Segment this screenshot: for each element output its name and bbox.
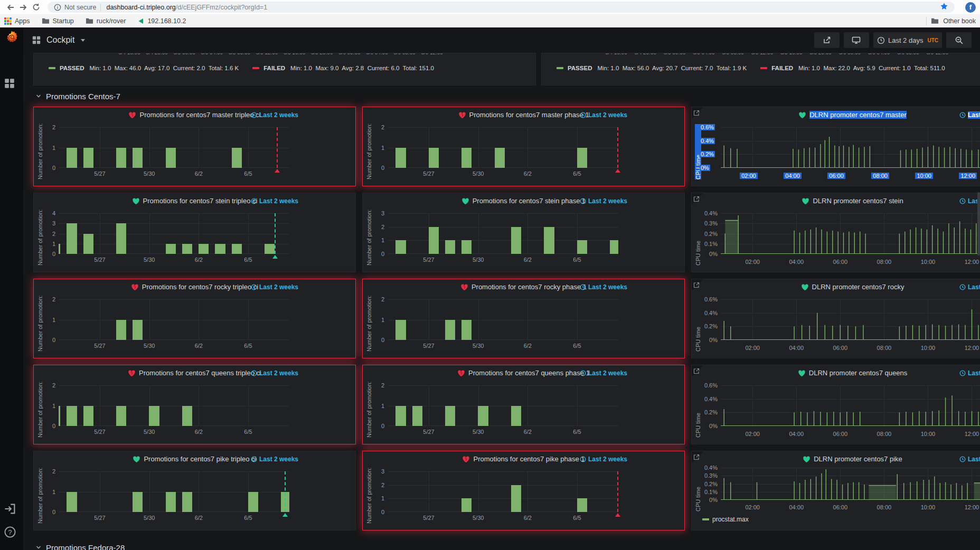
bar[interactable] [577, 148, 587, 168]
bar[interactable] [182, 244, 192, 254]
bar[interactable] [461, 148, 472, 168]
bar[interactable] [116, 148, 126, 168]
panel-title[interactable]: DLRN promoter centos7 stein [692, 197, 980, 206]
cpu-spike-chart[interactable] [721, 299, 980, 340]
bar[interactable] [577, 498, 587, 512]
cpu-spike-chart[interactable] [721, 213, 980, 254]
plot-area[interactable] [59, 471, 289, 512]
bar[interactable] [265, 244, 275, 254]
bar[interactable] [116, 223, 126, 254]
panel-title[interactable]: Promotions for centos7 stein tripleo ci [34, 197, 355, 206]
grafana-logo[interactable] [4, 30, 20, 48]
bar[interactable] [182, 492, 192, 513]
other-bookmarks[interactable]: Other book [926, 17, 976, 25]
plot-area[interactable] [721, 213, 980, 254]
panel-title[interactable]: DLRN promoter centos7 rocky [692, 283, 980, 292]
series-name[interactable]: PASSED [60, 65, 84, 71]
time-override-label[interactable]: Last 2 weeks [580, 369, 627, 377]
plot-area[interactable] [388, 471, 618, 512]
series-name[interactable]: FAILED [263, 65, 285, 71]
bar[interactable] [116, 406, 126, 426]
bar[interactable] [445, 320, 455, 340]
bar[interactable] [133, 320, 143, 340]
bar[interactable] [412, 406, 422, 426]
time-override-label[interactable]: Last 2 weeks [251, 197, 298, 205]
bar[interactable] [166, 244, 176, 254]
panel-title[interactable]: Promotions for centos7 master tripleo ci [34, 111, 355, 120]
time-override-label[interactable]: Last 2 weeks [251, 111, 298, 119]
bar[interactable] [395, 406, 406, 426]
bar[interactable] [445, 406, 455, 426]
panel-title[interactable]: Promotions for centos7 queens tripleo ci [34, 369, 355, 378]
bar[interactable] [610, 240, 618, 254]
time-override-label[interactable]: Last 12 hours [959, 456, 980, 463]
bar[interactable] [544, 227, 554, 254]
address-bar[interactable]: Not secure dashboard-ci.tripleo.org/d/cE… [48, 2, 955, 13]
bar[interactable] [232, 148, 242, 168]
time-override-label[interactable]: Last 2 weeks [251, 283, 298, 291]
bar[interactable] [511, 485, 521, 512]
time-override-label[interactable]: Last 12 hours [959, 111, 980, 119]
sidebar-dashboards-item[interactable] [4, 78, 15, 91]
tv-mode-button[interactable] [844, 32, 869, 48]
panel-title[interactable]: DLRN promoter centos7 pike [692, 455, 980, 464]
panel-title[interactable]: Promotions for centos7 pike phase 1 [363, 455, 684, 464]
bar[interactable] [67, 492, 77, 513]
bar[interactable] [166, 492, 176, 513]
plot-area[interactable] [721, 385, 980, 426]
bar[interactable] [83, 148, 93, 168]
series-legend[interactable]: procstat.max [702, 516, 749, 523]
panel-title[interactable]: Promotions for centos7 rocky tripleo ci [34, 283, 355, 292]
time-range-picker[interactable]: Last 2 days UTC [873, 32, 942, 48]
section-header-fedora28[interactable]: Promotions Fedora-28 [33, 537, 980, 550]
bar[interactable] [67, 406, 77, 426]
bar[interactable] [59, 244, 60, 254]
bookmark-startup[interactable]: Startup [42, 17, 74, 25]
cpu-spike-chart[interactable] [721, 468, 980, 500]
bar[interactable] [59, 406, 60, 426]
panel-title[interactable]: Promotions for centos7 stein phase 1 [363, 197, 684, 206]
time-override-label[interactable]: Last 2 weeks [580, 111, 627, 119]
panel-title[interactable]: Promotions for centos7 master phase 1 [363, 111, 684, 120]
zoom-out-button[interactable] [946, 32, 972, 48]
bar[interactable] [461, 498, 472, 512]
bar[interactable] [395, 148, 406, 168]
plot-area[interactable] [388, 385, 618, 426]
bookmark-star-button[interactable] [940, 2, 948, 12]
bar[interactable] [461, 320, 472, 340]
bar[interactable] [511, 227, 521, 254]
time-override-label[interactable]: Last 12 hours [959, 369, 980, 377]
forward-button[interactable] [17, 1, 30, 14]
bar[interactable] [133, 148, 143, 168]
time-override-label[interactable]: Last 2 weeks [580, 197, 627, 205]
panel-title[interactable]: DLRN promoter centos7 queens [692, 369, 980, 378]
time-override-label[interactable]: Last 2 weeks [251, 456, 298, 463]
bar[interactable] [199, 244, 209, 254]
bar[interactable] [116, 320, 126, 340]
sidebar-signin-item[interactable] [4, 502, 16, 517]
bar[interactable] [577, 240, 587, 254]
bar[interactable] [461, 240, 472, 254]
reload-button[interactable] [30, 1, 42, 14]
section-header-centos7[interactable]: Promotions Centos-7 [33, 86, 980, 107]
plot-area[interactable] [59, 127, 289, 168]
plot-area[interactable] [388, 213, 618, 254]
bar[interactable] [395, 320, 406, 340]
bar[interactable] [429, 148, 439, 168]
plot-area[interactable] [59, 385, 289, 426]
bar[interactable] [83, 406, 93, 426]
time-override-label[interactable]: Last 2 weeks [251, 369, 298, 377]
series-name[interactable]: PASSED [568, 65, 592, 71]
bar[interactable] [232, 244, 242, 254]
panel-title[interactable]: Promotions for centos7 pike tripleo ci [34, 455, 355, 464]
plot-area[interactable] [388, 299, 618, 340]
bar[interactable] [133, 492, 143, 513]
bar[interactable] [182, 406, 192, 426]
time-override-label[interactable]: Last 2 weeks [580, 283, 627, 291]
plot-area[interactable] [721, 468, 980, 500]
plot-area[interactable] [388, 127, 618, 168]
plot-area[interactable] [721, 299, 980, 340]
dashboard-picker[interactable]: Cockpit [32, 35, 85, 45]
bar[interactable] [166, 148, 176, 168]
profile-avatar[interactable]: f [965, 2, 976, 13]
